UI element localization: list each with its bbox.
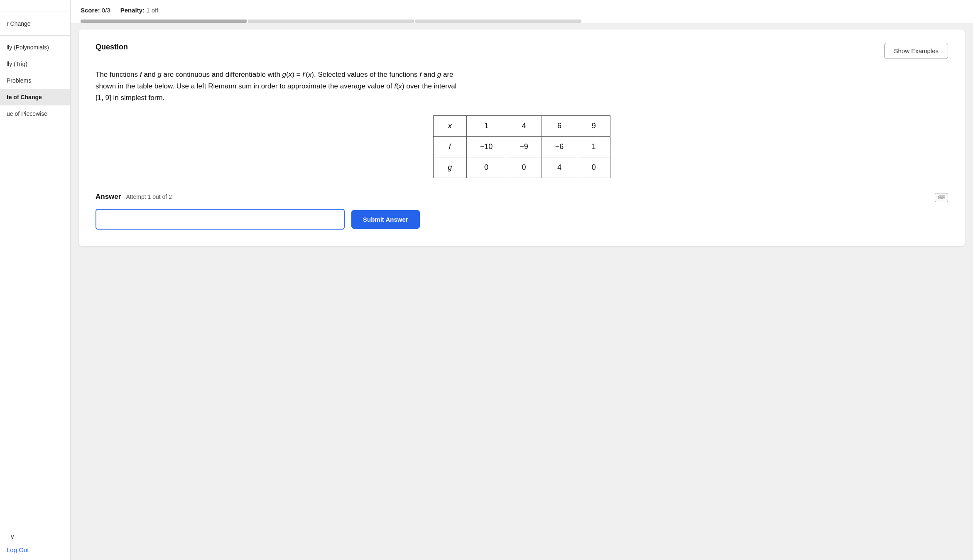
progress-segment-3 [415,20,581,23]
values-table: x 1 4 6 9 f −10 −9 −6 1 g 0 0 4 [433,115,611,178]
table-cell-f-9: 1 [577,137,610,157]
answer-label-row: Answer Attempt 1 out of 2 ⌨ [96,191,948,202]
sidebar-collapse-chevron[interactable]: ∨ [7,531,18,542]
sidebar-item-piecewise[interactable]: ue of Piecewise [0,105,70,122]
question-title: Question [96,43,128,51]
answer-input[interactable] [96,209,345,230]
submit-answer-button[interactable]: Submit Answer [351,210,420,229]
sidebar: r Change lly (Polynomials) lly (Trig) Pr… [0,0,71,560]
table-cell-x-4: 4 [506,116,542,137]
table-cell-x-6: 6 [542,116,577,137]
attempt-text: Attempt 1 out of 2 [126,193,172,200]
progress-segment-1 [81,20,247,23]
table-cell-x-header: x [433,116,466,137]
answer-section: Answer Attempt 1 out of 2 ⌨ Submit Answe… [96,191,948,230]
logout-link[interactable]: Log Out [7,546,29,553]
table-cell-g-6: 4 [542,157,577,178]
table-cell-x-1: 1 [466,116,506,137]
sidebar-top-divider [0,12,70,12]
score-penalty-row: Score: 0/3 Penalty: 1 off [81,3,963,17]
question-header: Question Show Examples [96,43,948,59]
penalty-label: Penalty: 1 off [120,7,158,14]
progress-bar [81,20,963,23]
table-cell-f-4: −9 [506,137,542,157]
math-table-wrapper: x 1 4 6 9 f −10 −9 −6 1 g 0 0 4 [96,115,948,178]
keyboard-icon-wrapper: ⌨ [935,193,948,202]
table-cell-x-9: 9 [577,116,610,137]
table-cell-g-1: 0 [466,157,506,178]
score-label: Score: 0/3 [81,7,110,14]
answer-label: Answer [96,193,121,201]
top-bar: Score: 0/3 Penalty: 1 off [71,0,973,23]
sidebar-bottom: ∨ Log Out [0,524,70,560]
sidebar-divider-1 [0,35,70,36]
sidebar-item-trig[interactable]: lly (Trig) [0,56,70,72]
main-content: Score: 0/3 Penalty: 1 off Question Show … [71,0,973,560]
table-cell-f-6: −6 [542,137,577,157]
table-header-row: x 1 4 6 9 [433,116,610,137]
table-cell-f-header: f [433,137,466,157]
table-row-f: f −10 −9 −6 1 [433,137,610,157]
sidebar-item-polynomials[interactable]: lly (Polynomials) [0,39,70,56]
sidebar-item-change[interactable]: r Change [0,15,70,32]
table-cell-g-9: 0 [577,157,610,178]
keyboard-icon[interactable]: ⌨ [935,193,948,202]
answer-input-row: Submit Answer [96,209,948,230]
question-text: The functions f and g are continuous and… [96,69,469,104]
show-examples-button[interactable]: Show Examples [884,43,948,59]
table-row-g: g 0 0 4 0 [433,157,610,178]
table-cell-f-1: −10 [466,137,506,157]
table-cell-g-header: g [433,157,466,178]
progress-segment-2 [248,20,414,23]
sidebar-item-problems[interactable]: Problems [0,72,70,89]
question-card: Question Show Examples The functions f a… [79,29,965,246]
table-cell-g-4: 0 [506,157,542,178]
sidebar-item-rate-of-change[interactable]: te of Change [0,89,70,105]
